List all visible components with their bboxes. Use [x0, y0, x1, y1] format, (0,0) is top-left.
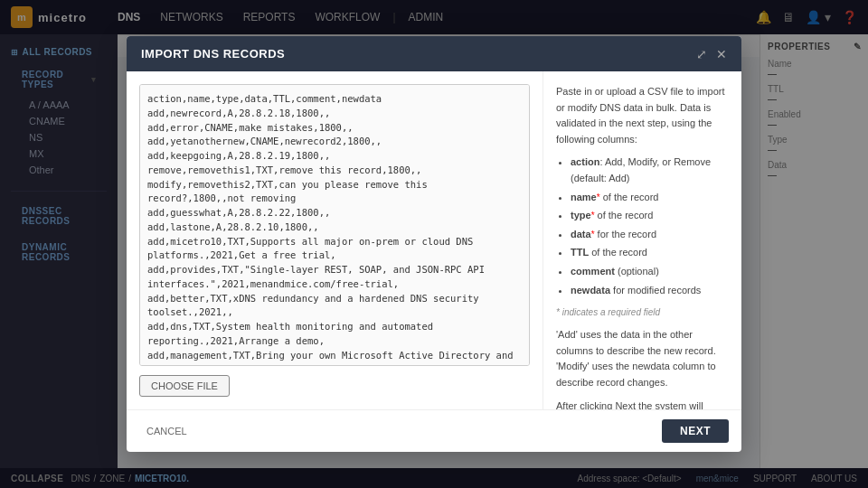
col-ttl: TTL of the record: [571, 245, 729, 261]
col-newdata: newdata for modified records: [571, 283, 729, 299]
modal-left: action,name,type,data,TTL,comment,newdat…: [127, 71, 542, 409]
choose-file-button[interactable]: CHOOSE FILE: [139, 375, 230, 397]
csv-textarea[interactable]: action,name,type,data,TTL,comment,newdat…: [139, 84, 530, 366]
next-button[interactable]: NEXT: [662, 419, 729, 443]
add-description: 'Add' uses the data in the other columns…: [556, 327, 729, 390]
col-type: type* of the record: [571, 208, 729, 224]
col-data: data* for the record: [571, 227, 729, 243]
column-list: action: Add, Modify, or Remove (default:…: [556, 155, 729, 298]
import-dns-modal: IMPORT DNS RECORDS ⤢ ✕ action,name,type,…: [127, 36, 741, 452]
required-note: * indicates a required field: [556, 305, 729, 320]
close-icon[interactable]: ✕: [716, 48, 727, 61]
modal-intro-text: Paste in or upload a CSV file to import …: [556, 84, 729, 147]
cancel-button[interactable]: CANCEL: [139, 421, 194, 441]
modal-overlay: IMPORT DNS RECORDS ⤢ ✕ action,name,type,…: [0, 0, 868, 488]
col-name: name* of the record: [571, 190, 729, 206]
modal-header-icons: ⤢ ✕: [696, 48, 727, 61]
col-action: action: Add, Modify, or Remove (default:…: [571, 155, 729, 186]
modal-header: IMPORT DNS RECORDS ⤢ ✕: [127, 36, 741, 71]
modal-body: action,name,type,data,TTL,comment,newdat…: [127, 71, 741, 409]
after-description: After clicking Next the system will vali…: [556, 399, 729, 410]
modal-right: Paste in or upload a CSV file to import …: [542, 71, 741, 409]
modal-footer: CANCEL NEXT: [127, 409, 741, 452]
modal-title: IMPORT DNS RECORDS: [141, 47, 285, 61]
expand-icon[interactable]: ⤢: [696, 48, 707, 61]
col-comment: comment (optional): [571, 264, 729, 280]
